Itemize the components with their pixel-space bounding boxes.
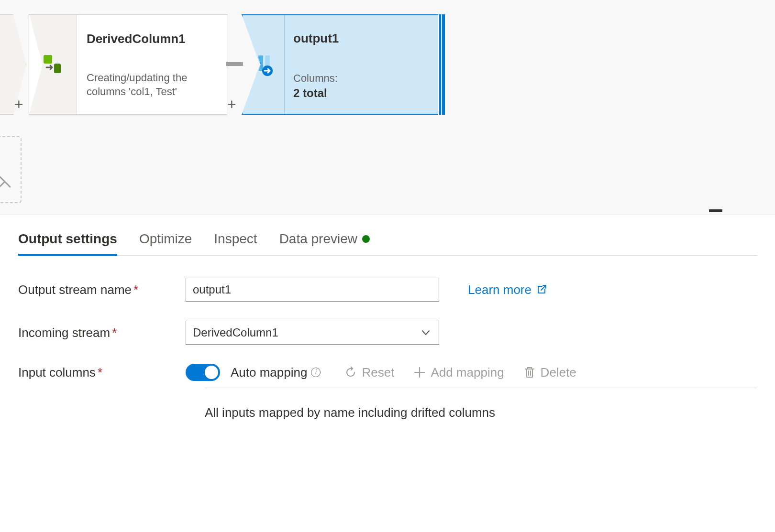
tab-optimize[interactable]: Optimize (139, 228, 192, 255)
node-columns-value: 2 total (293, 87, 431, 100)
output-settings-form: Output stream name* Learn more Incoming … (18, 278, 757, 420)
node-title: output1 (293, 31, 431, 46)
status-dot-icon (362, 235, 370, 243)
mapping-note: All inputs mapped by name including drif… (205, 405, 757, 420)
output-stream-name-label: Output stream name* (18, 282, 186, 297)
learn-more-link[interactable]: Learn more (468, 282, 547, 297)
node-derivedcolumn1[interactable]: DerivedColumn1 Creating/updating the col… (29, 14, 227, 115)
node-output1[interactable]: output1 Columns: 2 total (242, 14, 445, 115)
node-icon-gutter (243, 15, 285, 114)
mapping-toolbar: Reset Add mapping Delete (344, 365, 576, 380)
input-columns-label: Input columns* (18, 365, 186, 380)
tab-data-preview[interactable]: Data preview (279, 228, 370, 255)
add-branch-button-mid[interactable]: + (227, 96, 236, 113)
tab-bar: Output settings Optimize Inspect Data pr… (18, 228, 757, 256)
ghost-node-placeholder (0, 136, 22, 203)
auto-mapping-toggle[interactable] (186, 364, 220, 381)
tab-label: Data preview (279, 231, 357, 247)
collapse-chevron-icon (0, 174, 12, 189)
tab-output-settings[interactable]: Output settings (18, 228, 117, 255)
connector (226, 62, 243, 66)
sink-output-icon (252, 53, 276, 76)
external-link-icon (536, 284, 547, 295)
plus-icon (413, 366, 426, 379)
node-description: Creating/updating the columns 'col1, Tes… (87, 71, 212, 98)
node-columns-label: Columns: (293, 72, 431, 85)
output-stream-name-input[interactable] (186, 278, 439, 302)
add-mapping-button[interactable]: Add mapping (413, 365, 504, 380)
info-icon[interactable]: i (311, 368, 321, 377)
tab-inspect[interactable]: Inspect (214, 228, 257, 255)
add-branch-button-left[interactable]: + (14, 96, 23, 113)
settings-panel: Output settings Optimize Inspect Data pr… (0, 215, 775, 420)
node-title: DerivedColumn1 (87, 32, 212, 46)
node-icon-gutter (29, 15, 77, 114)
divider (205, 388, 757, 388)
auto-mapping-label: Auto mapping i (231, 365, 321, 380)
trash-icon (523, 366, 536, 379)
dataflow-canvas[interactable]: + DerivedColumn1 Creating/updating the c… (0, 0, 775, 215)
incoming-stream-select[interactable] (186, 321, 439, 345)
reset-icon (344, 366, 357, 379)
svg-rect-1 (54, 64, 61, 73)
derived-column-icon (42, 53, 65, 76)
svg-rect-0 (44, 55, 52, 64)
node-selection-handle[interactable] (438, 14, 445, 115)
panel-resize-handle[interactable] (709, 209, 722, 212)
delete-button[interactable]: Delete (523, 365, 576, 380)
reset-button[interactable]: Reset (344, 365, 394, 380)
incoming-stream-label: Incoming stream* (18, 326, 186, 340)
